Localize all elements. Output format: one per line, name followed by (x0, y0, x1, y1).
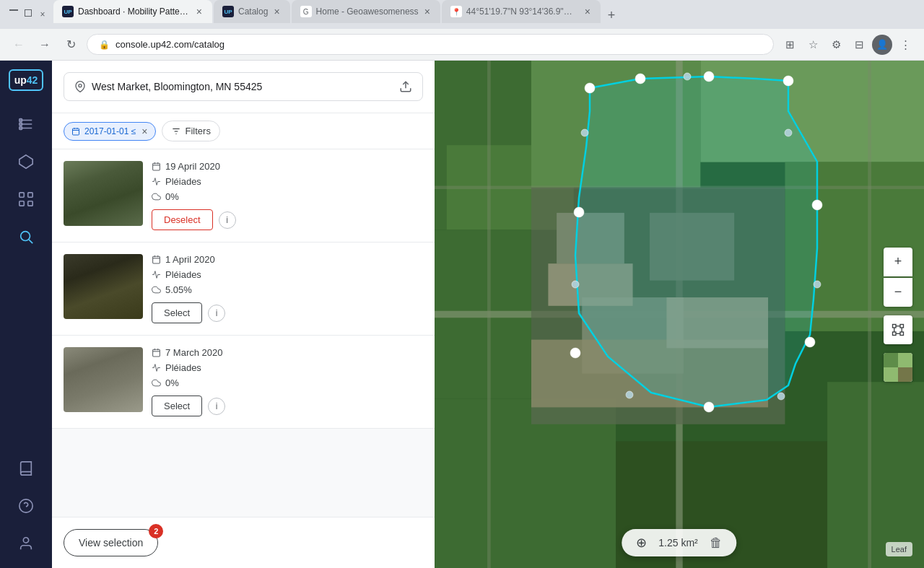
close-btn[interactable]: × (38, 9, 48, 19)
date-filter-chip[interactable]: 2017-01-01 ≤ × (64, 122, 156, 141)
map-watermark: Leaf (886, 542, 912, 556)
result-thumb-2 (64, 254, 143, 319)
svg-rect-6 (19, 201, 24, 206)
selection-badge: 2 (149, 524, 163, 538)
zoom-out-btn[interactable]: − (884, 278, 912, 307)
map-style-btn[interactable] (884, 353, 912, 382)
translate-btn[interactable]: ⊞ (780, 35, 800, 55)
view-selection-label: View selection (79, 537, 143, 549)
svg-point-13 (79, 84, 82, 87)
window-controls[interactable]: × (9, 9, 48, 19)
result-info-2: 1 April 2020 Pléiades 5.05% Select i (152, 254, 423, 323)
tab-geoawesomeness[interactable]: G Home - Geoawesomeness × (292, 0, 440, 23)
result-actions-3: Select i (152, 396, 423, 416)
refresh-btn[interactable]: ↻ (61, 35, 81, 55)
tab-close-2[interactable]: × (272, 4, 281, 19)
sidebar-item-workflows[interactable] (10, 183, 42, 215)
aoi-point[interactable] (704, 71, 714, 82)
info-btn-3[interactable]: i (208, 398, 225, 415)
map-style-icon (884, 353, 912, 382)
aoi-point[interactable] (805, 337, 815, 347)
result-date-3: 7 March 2020 (165, 347, 223, 358)
aoi-point[interactable] (812, 200, 822, 210)
profile-btn[interactable]: 👤 (872, 35, 892, 55)
location-input[interactable]: West Market, Bloomington, MN 55425 (64, 72, 423, 101)
view-selection-btn[interactable]: View selection 2 (64, 529, 158, 556)
tab-maps[interactable]: 📍 44°51'19.7"N 93°14'36.9"W – × (442, 0, 601, 23)
aoi-midpoint[interactable] (777, 393, 785, 400)
tab-grid-btn[interactable]: ⊟ (849, 35, 869, 55)
extensions-btn[interactable]: ⚙ (826, 35, 846, 55)
aoi-point[interactable] (635, 74, 645, 84)
aoi-midpoint[interactable] (626, 391, 633, 398)
result-thumb-3 (64, 347, 143, 412)
sidebar-item-data[interactable] (10, 146, 42, 178)
aoi-point[interactable] (783, 76, 793, 86)
tab-close-4[interactable]: × (583, 4, 592, 19)
aoi-point[interactable] (585, 83, 595, 93)
aoi-point[interactable] (704, 402, 714, 412)
svg-rect-58 (893, 332, 897, 336)
svg-marker-3 (19, 155, 32, 168)
sidebar-item-projects[interactable] (10, 108, 42, 140)
aoi-fill (575, 77, 817, 407)
control-separator (884, 308, 912, 314)
sidebar-item-account[interactable] (10, 528, 42, 559)
address-bar: ← → ↻ 🔒 console.up42.com/catalog ⊞ ☆ ⚙ ⊟… (0, 29, 924, 61)
maximize-btn[interactable] (23, 9, 33, 19)
aoi-midpoint[interactable] (572, 281, 579, 288)
date-filter-close[interactable]: × (141, 126, 147, 137)
svg-rect-66 (898, 367, 912, 382)
svg-rect-5 (28, 193, 32, 197)
aoi-point[interactable] (574, 207, 584, 217)
calendar-icon (71, 127, 80, 136)
sidebar-item-help[interactable] (10, 490, 42, 522)
draw-polygon-btn[interactable] (884, 315, 912, 344)
result-meta-cloud-1: 0% (152, 191, 423, 202)
sidebar-logo[interactable]: up42 (9, 69, 44, 91)
result-date-2: 1 April 2020 (165, 254, 215, 265)
address-text: console.up42.com/catalog (116, 39, 762, 50)
zoom-in-btn[interactable]: + (884, 248, 912, 276)
select-btn-3[interactable]: Select (152, 396, 202, 416)
sidebar-item-catalog[interactable] (10, 221, 42, 253)
info-btn-1[interactable]: i (219, 211, 236, 229)
bookmark-btn[interactable]: ☆ (803, 35, 823, 55)
info-btn-2[interactable]: i (208, 305, 225, 322)
result-info-3: 7 March 2020 Pléiades 0% Select i (152, 347, 423, 416)
back-btn[interactable]: ← (9, 35, 29, 55)
aoi-point[interactable] (570, 348, 580, 358)
deselect-btn-1[interactable]: Deselect (152, 209, 213, 230)
aoi-midpoint[interactable] (684, 73, 691, 80)
svg-rect-15 (73, 128, 79, 135)
result-cloud-3: 0% (165, 377, 179, 388)
upload-icon[interactable] (399, 80, 412, 93)
tab-close-1[interactable]: × (195, 4, 204, 19)
aoi-midpoint[interactable] (814, 281, 821, 288)
aoi-midpoint[interactable] (785, 129, 792, 136)
result-meta-cloud-3: 0% (152, 377, 423, 388)
svg-point-10 (19, 499, 32, 512)
tab-catalog[interactable]: UP Catalog × (214, 0, 290, 23)
address-input[interactable]: 🔒 console.up42.com/catalog (87, 34, 774, 55)
tab-close-3[interactable]: × (423, 4, 432, 19)
tab-dashboard[interactable]: UP Dashboard · Mobility Pattern... × (53, 0, 212, 23)
location-icon (74, 81, 86, 92)
svg-rect-26 (153, 256, 160, 263)
delete-aoi-btn[interactable]: 🗑 (710, 536, 723, 551)
select-btn-2[interactable]: Select (152, 302, 202, 323)
result-meta-satellite-2: Pléiades (152, 269, 423, 280)
satellite-icon-2 (152, 270, 161, 279)
aoi-midpoint[interactable] (581, 129, 588, 136)
lock-icon: 🔒 (99, 40, 110, 50)
minimize-btn[interactable] (9, 9, 19, 19)
main-content: West Market, Bloomington, MN 55425 2017-… (52, 61, 924, 568)
filters-btn[interactable]: Filters (162, 121, 220, 141)
sidebar-item-docs[interactable] (10, 453, 42, 484)
forward-btn[interactable]: → (35, 35, 55, 55)
svg-rect-65 (884, 353, 898, 367)
satellite-map: + − ⊕ 1.25 km² 🗑 (435, 61, 924, 568)
new-tab-btn[interactable]: + (602, 8, 622, 23)
svg-point-8 (21, 232, 30, 241)
menu-btn[interactable]: ⋮ (895, 35, 915, 55)
